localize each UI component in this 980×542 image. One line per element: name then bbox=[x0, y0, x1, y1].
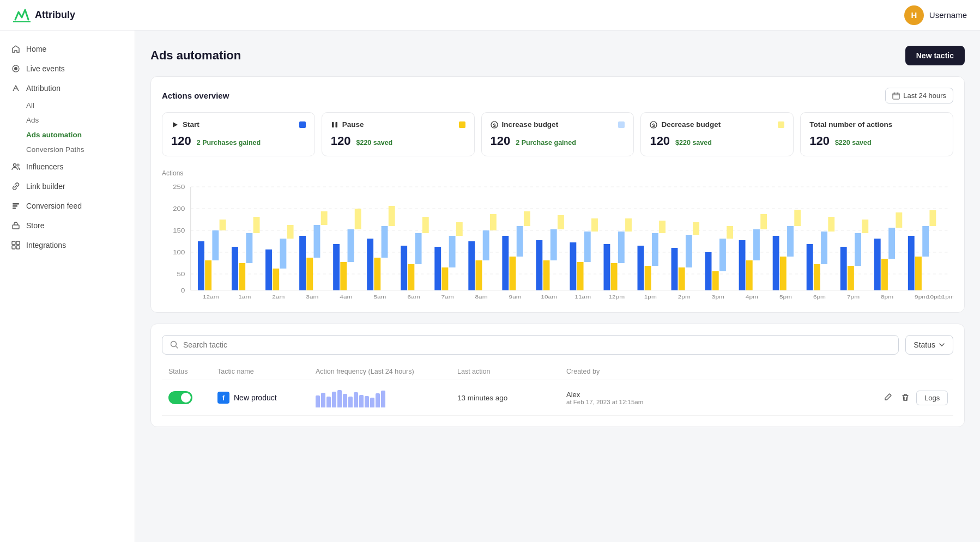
logs-button[interactable]: Logs bbox=[916, 391, 948, 405]
svg-rect-7 bbox=[13, 225, 19, 229]
svg-rect-71 bbox=[456, 222, 463, 236]
start-sub: 2 Purchases gained bbox=[197, 139, 261, 147]
svg-rect-111 bbox=[727, 226, 733, 239]
sidebar-item-integrations-label: Integrations bbox=[26, 241, 66, 249]
tactic-name-cell: f New product bbox=[217, 392, 316, 404]
increase-budget-icon: $ bbox=[491, 121, 498, 129]
edit-button[interactable] bbox=[881, 391, 894, 405]
svg-rect-58 bbox=[367, 239, 373, 290]
svg-rect-98 bbox=[638, 246, 644, 290]
svg-text:200: 200 bbox=[173, 206, 185, 212]
svg-rect-128 bbox=[840, 247, 847, 290]
attribution-icon bbox=[11, 83, 21, 93]
decrease-budget-sub: $220 saved bbox=[675, 139, 712, 147]
svg-rect-109 bbox=[712, 271, 719, 290]
col-actions bbox=[881, 368, 947, 375]
svg-rect-139 bbox=[915, 257, 922, 290]
sidebar-subitem-all[interactable]: All bbox=[26, 98, 135, 113]
increase-budget-sub: 2 Purchase gained bbox=[516, 139, 576, 147]
sidebar-item-link-builder[interactable]: Link builder bbox=[0, 176, 135, 196]
delete-button[interactable] bbox=[899, 391, 912, 405]
navbar: Attribuly H Username bbox=[0, 0, 980, 31]
new-tactic-button[interactable]: New tactic bbox=[905, 46, 965, 65]
svg-text:$: $ bbox=[652, 122, 655, 127]
decrease-budget-icon: $ bbox=[650, 121, 657, 129]
start-color-dot bbox=[299, 121, 306, 128]
search-input[interactable] bbox=[183, 340, 891, 349]
main-content: Ads automation New tactic Actions overvi… bbox=[135, 31, 980, 542]
bar-chart-container: Actions 250 200 150 bbox=[162, 169, 953, 301]
mini-bar-10 bbox=[365, 396, 369, 407]
svg-rect-43 bbox=[265, 249, 272, 290]
svg-rect-56 bbox=[355, 209, 361, 229]
svg-point-3 bbox=[17, 164, 19, 166]
svg-rect-100 bbox=[652, 233, 658, 266]
action-card-decrease-budget: $ Decrease budget 120 $220 saved bbox=[640, 112, 794, 156]
svg-rect-11 bbox=[16, 246, 20, 249]
status-filter-button[interactable]: Status bbox=[905, 335, 953, 355]
col-action-freq: Action frequency (Last 24 hours) bbox=[316, 368, 457, 375]
sidebar-item-live-events[interactable]: Live events bbox=[0, 59, 135, 78]
svg-rect-79 bbox=[510, 257, 516, 290]
action-card-decrease-title: $ Decrease budget bbox=[650, 120, 721, 129]
mini-bar-9 bbox=[359, 395, 364, 407]
sidebar-subitem-ads[interactable]: Ads bbox=[26, 113, 135, 127]
sidebar-item-integrations[interactable]: Integrations bbox=[0, 235, 135, 255]
svg-rect-70 bbox=[449, 236, 456, 267]
svg-text:9pm: 9pm bbox=[915, 294, 927, 299]
svg-rect-38 bbox=[232, 247, 238, 290]
svg-rect-84 bbox=[543, 260, 550, 290]
svg-text:6am: 6am bbox=[407, 294, 420, 299]
sidebar-item-home[interactable]: Home bbox=[0, 39, 135, 59]
svg-rect-106 bbox=[693, 222, 699, 235]
svg-text:0: 0 bbox=[181, 288, 185, 294]
svg-text:7pm: 7pm bbox=[847, 294, 860, 299]
svg-rect-74 bbox=[476, 260, 482, 290]
svg-rect-34 bbox=[205, 260, 211, 290]
date-filter-button[interactable]: Last 24 hours bbox=[885, 88, 953, 103]
svg-rect-113 bbox=[739, 240, 746, 290]
svg-rect-44 bbox=[273, 269, 279, 290]
svg-text:250: 250 bbox=[173, 184, 185, 190]
row-actions-cell: Logs bbox=[881, 391, 947, 405]
svg-rect-76 bbox=[490, 214, 497, 230]
svg-rect-59 bbox=[374, 258, 380, 290]
svg-rect-36 bbox=[220, 220, 226, 230]
svg-rect-50 bbox=[314, 225, 320, 258]
svg-rect-15 bbox=[335, 122, 337, 127]
sidebar-item-attribution[interactable]: Attribution bbox=[0, 78, 135, 98]
svg-rect-110 bbox=[719, 239, 726, 271]
svg-rect-80 bbox=[517, 226, 523, 257]
svg-rect-135 bbox=[888, 228, 895, 259]
svg-text:2pm: 2pm bbox=[678, 294, 691, 299]
svg-rect-114 bbox=[746, 260, 753, 290]
svg-rect-49 bbox=[306, 258, 313, 290]
action-card-pause-title: Pause bbox=[331, 120, 364, 129]
sidebar-subitem-ads-automation[interactable]: Ads automation bbox=[26, 127, 135, 142]
mini-bar-7 bbox=[348, 397, 353, 407]
link-icon bbox=[11, 181, 21, 191]
svg-rect-6 bbox=[13, 208, 16, 209]
svg-text:12pm: 12pm bbox=[608, 294, 625, 299]
svg-rect-85 bbox=[551, 229, 557, 260]
svg-rect-8 bbox=[12, 241, 15, 245]
svg-rect-125 bbox=[821, 232, 827, 264]
feed-icon bbox=[11, 201, 21, 211]
search-input-wrap[interactable] bbox=[162, 335, 899, 355]
status-toggle[interactable] bbox=[168, 391, 192, 404]
action-card-increase-budget: $ Increase budget 120 2 Purchase gained bbox=[481, 112, 634, 156]
svg-rect-108 bbox=[705, 252, 712, 290]
svg-text:6pm: 6pm bbox=[813, 294, 826, 299]
svg-rect-81 bbox=[524, 211, 530, 226]
svg-rect-64 bbox=[408, 264, 414, 290]
sidebar-subitem-conversion-paths[interactable]: Conversion Paths bbox=[26, 142, 135, 157]
action-cards-row: Start 120 2 Purchases gained bbox=[162, 112, 953, 156]
sidebar-item-store-label: Store bbox=[26, 221, 44, 230]
sidebar-item-conversion-feed[interactable]: Conversion feed bbox=[0, 196, 135, 216]
svg-text:5pm: 5pm bbox=[779, 294, 792, 299]
svg-rect-55 bbox=[348, 229, 354, 262]
sidebar-item-store[interactable]: Store bbox=[0, 216, 135, 235]
mini-bar-4 bbox=[332, 392, 336, 407]
svg-rect-130 bbox=[855, 233, 861, 266]
sidebar-item-influencers[interactable]: Influencers bbox=[0, 157, 135, 176]
